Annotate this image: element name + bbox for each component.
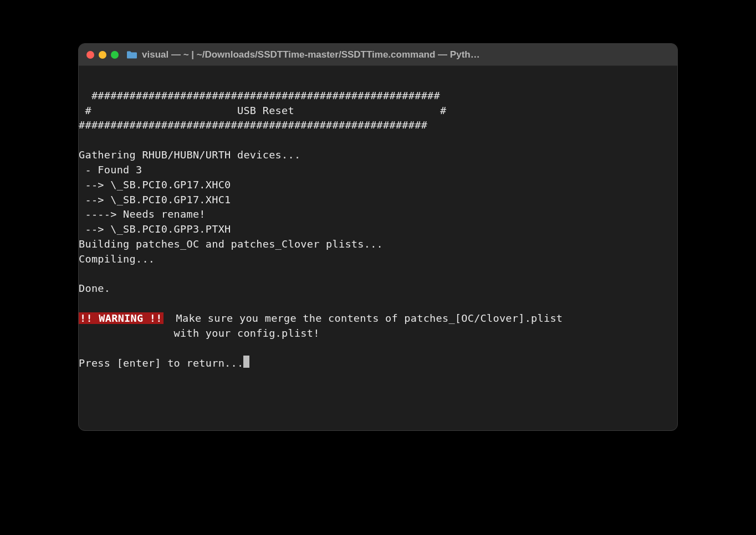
header-title: # USB Reset # <box>79 105 446 116</box>
header-border-bottom: ########################################… <box>79 119 427 131</box>
prompt-line: Press [enter] to return... <box>79 357 249 369</box>
header-border-top: ########################################… <box>79 90 440 101</box>
prompt-text: Press [enter] to return... <box>79 357 243 369</box>
terminal-window: visual — ~ | ~/Downloads/SSDTTime-master… <box>78 43 678 431</box>
line-needs-rename: ----> Needs rename! <box>79 208 206 220</box>
warning-line-1: !! WARNING !! Make sure you merge the co… <box>79 312 563 324</box>
traffic-lights <box>86 51 119 59</box>
line-building: Building patches_OC and patches_Clover p… <box>79 238 383 250</box>
close-button[interactable] <box>86 51 94 59</box>
warning-text-1: Make sure you merge the contents of patc… <box>164 312 563 324</box>
maximize-button[interactable] <box>111 51 119 59</box>
line-device-2: --> \_SB.PCI0.GP17.XHC1 <box>79 194 231 205</box>
window-title: visual — ~ | ~/Downloads/SSDTTime-master… <box>142 49 670 60</box>
line-compiling: Compiling... <box>79 253 155 265</box>
line-done: Done. <box>79 282 110 294</box>
line-device-1: --> \_SB.PCI0.GP17.XHC0 <box>79 179 231 191</box>
title-bar: visual — ~ | ~/Downloads/SSDTTime-master… <box>79 44 677 66</box>
terminal-content[interactable]: ########################################… <box>79 66 677 386</box>
line-found: - Found 3 <box>79 164 142 176</box>
line-gathering: Gathering RHUB/HUBN/URTH devices... <box>79 149 300 161</box>
cursor-block <box>243 356 249 368</box>
minimize-button[interactable] <box>99 51 106 59</box>
warning-badge: !! WARNING !! <box>79 312 164 324</box>
folder-icon <box>126 50 137 59</box>
line-device-3: --> \_SB.PCI0.GPP3.PTXH <box>79 223 231 235</box>
warning-line-2: with your config.plist! <box>79 327 320 339</box>
